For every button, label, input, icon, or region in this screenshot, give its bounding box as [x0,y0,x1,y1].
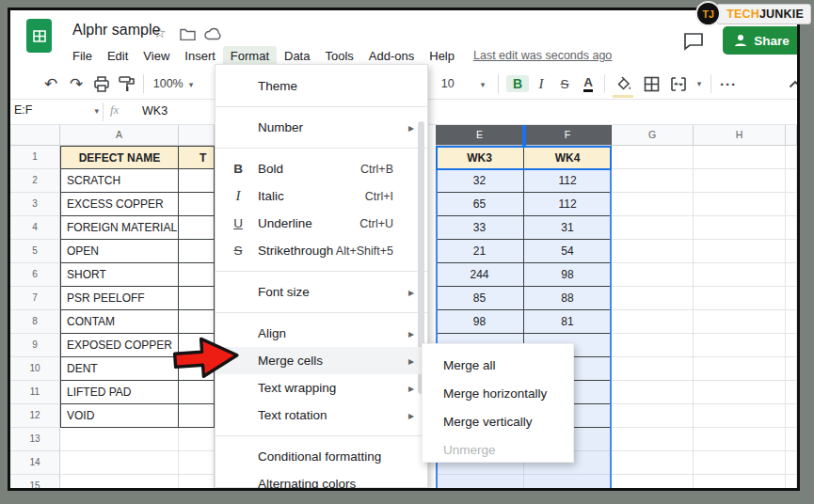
cell-partial5[interactable] [786,240,797,263]
menu-item-text-rotation[interactable]: Text rotation [215,402,427,429]
menu-item-italic[interactable]: IItalicCtrl+I [215,182,427,210]
cell-h2[interactable] [694,169,786,193]
cell-a1[interactable]: DEFECT NAME [60,146,179,169]
select-all-corner[interactable] [10,125,60,146]
cell-b14[interactable] [179,451,215,475]
row-header-10[interactable]: 10 [10,357,60,381]
column-header-e[interactable]: E [436,125,524,146]
submenu-item-merge-horizontally[interactable]: Merge horizontally [423,379,573,407]
cell-partial15[interactable] [786,475,797,491]
menu-item-merge-cells[interactable]: Merge cells [215,347,427,374]
cell-a10[interactable]: DENT [60,357,179,381]
cell-a4[interactable]: FOREIGN MATERIAL [60,216,179,240]
menu-item-alternating-colors[interactable]: Alternating colors [215,470,427,491]
row-header-11[interactable]: 11 [10,381,60,404]
cell-h15[interactable] [694,475,786,491]
cell-b7[interactable] [179,287,215,310]
menu-item-underline[interactable]: UUnderlineCtrl+U [215,210,427,237]
cell-g6[interactable] [612,263,694,287]
cell-a8[interactable]: CONTAM [60,310,179,334]
cell-f8[interactable]: 81 [524,310,612,334]
column-header-a[interactable]: A [60,125,179,146]
row-header-13[interactable]: 13 [10,428,60,451]
menu-item-theme[interactable]: Theme [215,72,427,100]
cell-h11[interactable] [694,381,786,404]
menu-item-align[interactable]: Align [215,320,427,347]
cell-a7[interactable]: PSR PEELOFF [60,287,179,310]
cell-e8[interactable]: 98 [436,310,524,334]
cell-h14[interactable] [694,451,786,475]
cell-b1[interactable]: T [179,146,215,169]
row-header-14[interactable]: 14 [10,451,60,475]
cell-b5[interactable] [179,240,215,263]
cell-partial1[interactable] [786,146,797,169]
cell-f6[interactable]: 98 [524,263,612,287]
cell-b13[interactable] [179,428,215,451]
cell-g9[interactable] [612,334,694,357]
cell-g3[interactable] [612,193,694,216]
column-header-h[interactable]: H [694,125,786,146]
cell-g14[interactable] [612,451,694,475]
menu-item-bold[interactable]: BBoldCtrl+B [215,155,427,182]
cell-f5[interactable]: 54 [524,240,612,263]
cell-partial4[interactable] [786,216,797,240]
cell-f15[interactable] [524,475,612,491]
cell-g1[interactable] [612,146,694,169]
cell-h6[interactable] [694,263,786,287]
column-header-f[interactable]: F [524,125,612,146]
cell-h10[interactable] [694,357,786,381]
submenu-item-merge-all[interactable]: Merge all [423,351,573,379]
menu-item-strikethrough[interactable]: SStrikethroughAlt+Shift+5 [215,237,427,264]
cell-h13[interactable] [694,428,786,451]
cell-a2[interactable]: SCRATCH [60,169,179,193]
cell-g13[interactable] [612,428,694,451]
cell-a3[interactable]: EXCESS COPPER [60,193,179,216]
cell-e7[interactable]: 85 [436,287,524,310]
cell-b3[interactable] [179,193,215,216]
column-header-partial[interactable] [786,125,797,146]
cell-h5[interactable] [694,240,786,263]
cell-f2[interactable]: 112 [524,169,612,193]
row-header-7[interactable]: 7 [10,287,60,310]
cell-h7[interactable] [694,287,786,310]
cell-partial14[interactable] [786,451,797,475]
cell-h12[interactable] [694,404,786,428]
menu-item-text-wrapping[interactable]: Text wrapping [215,374,427,402]
cell-partial10[interactable] [786,357,797,381]
row-header-9[interactable]: 9 [10,334,60,357]
cell-g11[interactable] [612,381,694,404]
submenu-item-merge-vertically[interactable]: Merge vertically [423,407,573,435]
cell-g8[interactable] [612,310,694,334]
cell-a6[interactable]: SHORT [60,263,179,287]
cell-h9[interactable] [694,334,786,357]
cell-e4[interactable]: 33 [436,216,524,240]
cell-e15[interactable] [436,475,524,491]
cell-b15[interactable] [179,475,215,491]
cell-h8[interactable] [694,310,786,334]
row-header-3[interactable]: 3 [10,193,60,216]
cell-e2[interactable]: 32 [436,169,524,193]
column-header-g[interactable]: G [612,125,694,146]
cell-g2[interactable] [612,169,694,193]
cell-e5[interactable]: 21 [436,240,524,263]
cell-f7[interactable]: 88 [524,287,612,310]
cell-a15[interactable] [60,475,179,491]
cell-f3[interactable]: 112 [524,193,612,216]
cell-b4[interactable] [179,216,215,240]
cell-partial2[interactable] [786,169,797,193]
cell-partial3[interactable] [786,193,797,216]
cell-partial6[interactable] [786,263,797,287]
cell-partial9[interactable] [786,334,797,357]
cell-f4[interactable]: 31 [524,216,612,240]
cell-g5[interactable] [612,240,694,263]
row-header-12[interactable]: 12 [10,404,60,428]
cell-b6[interactable] [179,263,215,287]
cell-e6[interactable]: 244 [436,263,524,287]
menu-item-font-size[interactable]: Font size [215,278,427,306]
cell-partial7[interactable] [786,287,797,310]
cell-g10[interactable] [612,357,694,381]
row-header-2[interactable]: 2 [10,169,60,193]
cell-e3[interactable]: 65 [436,193,524,216]
cell-a9[interactable]: EXPOSED COPPER [60,334,179,357]
cell-partial12[interactable] [786,404,797,428]
